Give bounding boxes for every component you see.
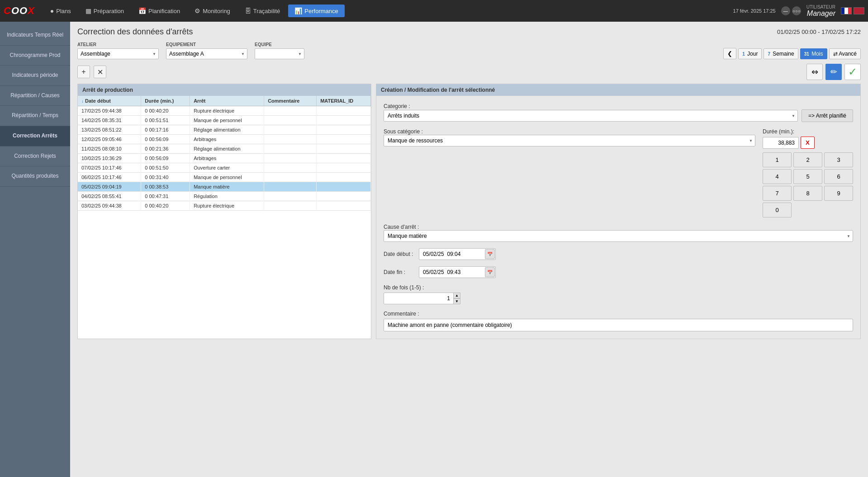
table-row[interactable]: 11/02/25 08:08:10 0 00:21:36 Réglage ali…: [78, 144, 371, 154]
sidebar-item-repartition-causes[interactable]: Répartition / Causes: [0, 86, 70, 106]
table-row[interactable]: 17/02/25 09:44:38 0 00:40:20 Rupture éle…: [78, 106, 371, 116]
cause-label: Cause d'arrêt :: [384, 224, 853, 230]
move-btn[interactable]: ⇔: [806, 64, 823, 80]
flag-fr: [841, 7, 852, 14]
action-right: ⇔ ✏ ✓: [806, 64, 861, 80]
nav-monitoring[interactable]: ⚙ Monitoring: [188, 5, 237, 17]
sidebar-item-chronogramme-prod[interactable]: Chronogramme Prod: [0, 46, 70, 66]
date-debut-cal-btn[interactable]: 📅: [485, 249, 495, 259]
nav-tracabilite[interactable]: 🗄 Traçabilité: [238, 5, 286, 17]
numpad-7[interactable]: 7: [763, 186, 792, 201]
semaine-label: Semaine: [773, 51, 794, 57]
cell-date: 05/02/25 09:04:19: [78, 182, 141, 192]
nb-label: Nb de fois (1-5) :: [384, 284, 853, 291]
cause-select[interactable]: Manque matière: [384, 230, 853, 242]
x-btn[interactable]: X: [801, 137, 815, 149]
cal-avance-btn[interactable]: ⇄ Avancé: [829, 48, 861, 59]
page-header: Correction des données d'arrêts 01/02/25…: [77, 27, 861, 37]
numpad-0[interactable]: 0: [763, 203, 792, 217]
add-btn[interactable]: +: [77, 66, 90, 78]
equipe-label: EQUIPE: [255, 42, 304, 47]
nb-down-btn[interactable]: ▼: [453, 298, 460, 304]
sidebar-item-quantites-produites[interactable]: Quantités produites: [0, 166, 70, 187]
nav-monitoring-label: Monitoring: [203, 8, 230, 14]
cell-arret: Arbitrages: [190, 135, 264, 144]
nav-planification[interactable]: 📅 Planification: [132, 5, 186, 17]
logo: COOX: [4, 5, 35, 17]
atelier-select[interactable]: Assemblage: [77, 48, 159, 59]
numpad: 1 2 3 4 5 6 7 8 9 0: [763, 152, 853, 217]
confirm-btn[interactable]: ✓: [844, 64, 861, 80]
planned-btn[interactable]: => Arrêt planifié: [802, 109, 853, 122]
cal-semaine-btn[interactable]: 7 Semaine: [764, 48, 798, 59]
table-row[interactable]: 14/02/25 08:35:31 0 00:51:51 Manque de p…: [78, 116, 371, 125]
numpad-4[interactable]: 4: [763, 169, 792, 184]
numpad-2[interactable]: 2: [793, 152, 822, 167]
atelier-filter: ATELIER Assemblage: [77, 42, 159, 59]
sidebar-item-repartition-temps[interactable]: Répartition / Temps: [0, 106, 70, 126]
numpad-5[interactable]: 5: [793, 169, 822, 184]
cell-arret: Rupture électrique: [190, 201, 264, 211]
duree-label: Durée (min.):: [763, 128, 853, 135]
cal-mois-btn[interactable]: 31 Mois: [800, 48, 827, 59]
table-panel: Arrêt de production ↓ Date début Durée (…: [77, 84, 371, 339]
dot-btn-2[interactable]: ○○○: [792, 6, 801, 15]
cell-duree: 0 00:40:20: [141, 201, 190, 211]
table-row[interactable]: 07/02/25 10:17:46 0 00:51:50 Ouverture c…: [78, 163, 371, 173]
numpad-1[interactable]: 1: [763, 152, 792, 167]
table-row[interactable]: 10/02/25 10:36:29 0 00:56:09 Arbitrages: [78, 154, 371, 163]
user-label: UTILISATEUR: [806, 5, 835, 9]
nav-plans[interactable]: ● Plans: [44, 5, 77, 17]
app-body: Indicateurs Temps Réel Chronogramme Prod…: [0, 22, 868, 477]
sidebar-item-correction-rejets[interactable]: Correction Rejets: [0, 146, 70, 167]
numpad-9[interactable]: 9: [824, 186, 853, 201]
cal-prev-btn[interactable]: ❮: [723, 48, 736, 59]
table-row[interactable]: 04/02/25 08:55:41 0 00:47:31 Régulation: [78, 192, 371, 201]
nav-preparation[interactable]: ▦ Préparation: [79, 5, 130, 17]
two-col: Arrêt de production ↓ Date début Durée (…: [77, 84, 861, 339]
sidebar-item-indicateurs-temps-reel[interactable]: Indicateurs Temps Réel: [0, 25, 70, 46]
mois-label: Mois: [811, 51, 823, 57]
sous-categorie-select[interactable]: Manque de ressources: [384, 135, 755, 146]
table-row[interactable]: 03/02/25 09:44:38 0 00:40:20 Rupture éle…: [78, 201, 371, 211]
date-fin-cal-btn[interactable]: 📅: [485, 267, 495, 277]
numpad-6[interactable]: 6: [824, 169, 853, 184]
sidebar-item-indicateurs-periode[interactable]: Indicateurs période: [0, 66, 70, 86]
cal-jour-btn[interactable]: 1 Jour: [738, 48, 762, 59]
page-title: Correction des données d'arrêts: [77, 27, 193, 37]
date-debut-input[interactable]: [419, 248, 496, 260]
numpad-3[interactable]: 3: [824, 152, 853, 167]
cell-duree: 0 00:38:53: [141, 182, 190, 192]
categorie-group: Categorie : Arrêts induits => Arrêt plan…: [384, 103, 853, 122]
nb-up-btn[interactable]: ▲: [453, 293, 460, 298]
date-fin-input[interactable]: [419, 266, 496, 278]
cell-material: [317, 201, 371, 211]
cell-commentaire: [264, 144, 317, 154]
numpad-8[interactable]: 8: [793, 186, 822, 201]
cell-commentaire: [264, 182, 317, 192]
dot-btn-1[interactable]: —: [781, 6, 790, 15]
equipement-select[interactable]: Assemblage A: [166, 48, 247, 59]
move-icon: ⇔: [811, 67, 818, 77]
equipe-select[interactable]: [255, 48, 304, 59]
sidebar-item-correction-arrets[interactable]: Correction Arrêts: [0, 126, 70, 146]
cell-commentaire: [264, 192, 317, 201]
cell-commentaire: [264, 163, 317, 173]
table-row[interactable]: 13/02/25 08:51:22 0 00:17:16 Réglage ali…: [78, 125, 371, 135]
table-row[interactable]: 06/02/25 10:17:46 0 00:31:40 Manque de p…: [78, 173, 371, 182]
sous-categorie-select-wrap: Manque de ressources: [384, 135, 755, 146]
user-info: UTILISATEUR Manager: [806, 5, 835, 18]
cell-arret: Réglage alimentation: [190, 144, 264, 154]
nav-performance[interactable]: 📊 Performance: [288, 5, 344, 17]
commentaire-input[interactable]: [384, 319, 853, 331]
cell-material: [317, 182, 371, 192]
delete-btn[interactable]: ✕: [94, 66, 106, 78]
cell-date: 10/02/25 10:36:29: [78, 154, 141, 163]
cell-material: [317, 163, 371, 173]
nb-input[interactable]: [384, 293, 460, 304]
table-row[interactable]: 12/02/25 09:05:46 0 00:56:09 Arbitrages: [78, 135, 371, 144]
table-row[interactable]: 05/02/25 09:04:19 0 00:38:53 Manque mati…: [78, 182, 371, 192]
duree-input[interactable]: [763, 137, 799, 149]
edit-btn[interactable]: ✏: [825, 64, 842, 80]
categorie-select[interactable]: Arrêts induits: [384, 110, 798, 122]
